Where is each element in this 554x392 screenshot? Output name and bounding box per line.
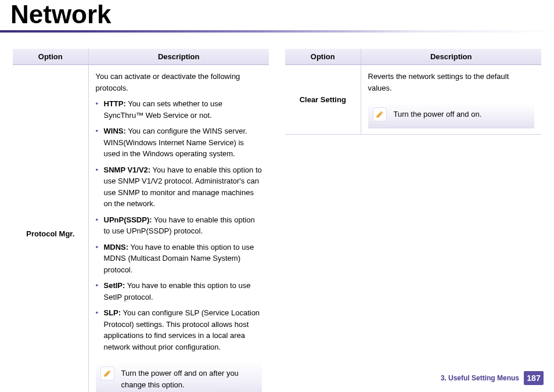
right-table: Option Description Clear Setting Reverts…	[285, 49, 541, 135]
option-clear-setting: Clear Setting	[285, 65, 361, 135]
list-item: HTTP: You can sets whether to use SyncTh…	[96, 98, 262, 121]
proto-name: HTTP:	[104, 99, 126, 108]
table-row: Protocol Mgr. You can activate or deacti…	[13, 65, 269, 393]
table-row: Clear Setting Reverts the network settin…	[285, 65, 541, 135]
note-box: Turn the power off and on.	[368, 103, 535, 128]
list-item: WINS: You can configure the WINS server.…	[96, 125, 262, 160]
desc-clear-setting: Reverts the network settings to the defa…	[361, 65, 541, 135]
list-item: SNMP V1/V2: You have to enable this opti…	[96, 164, 262, 210]
note-pencil-icon	[100, 366, 114, 380]
proto-name: UPnP(SSDP):	[104, 215, 152, 224]
list-item: MDNS: You have to enable this option to …	[96, 242, 262, 276]
header-description: Description	[361, 49, 541, 65]
header-description: Description	[88, 49, 269, 65]
right-column: Option Description Clear Setting Reverts…	[285, 49, 541, 392]
desc-intro: You can activate or deactivate the follo…	[96, 71, 262, 93]
proto-name: SetIP:	[104, 281, 125, 290]
proto-name: MDNS:	[104, 243, 129, 251]
desc-text: Reverts the network settings to the defa…	[368, 71, 535, 93]
option-protocol-mgr: Protocol Mgr.	[13, 65, 88, 393]
proto-name: SLP:	[104, 308, 121, 317]
header-option: Option	[285, 49, 361, 65]
table-header-row: Option Description	[285, 49, 541, 65]
proto-name: SNMP V1/V2:	[104, 166, 151, 174]
left-table: Option Description Protocol Mgr. You can…	[13, 49, 269, 392]
header-option: Option	[13, 49, 88, 65]
desc-protocol-mgr: You can activate or deactivate the follo…	[88, 65, 269, 393]
note-text: Turn the power off and on.	[394, 110, 482, 118]
proto-text: You can configure SLP (Service Location …	[104, 308, 260, 351]
table-header-row: Option Description	[13, 49, 269, 65]
list-item: UPnP(SSDP): You have to enable this opti…	[96, 214, 262, 237]
page-number-badge: 187	[524, 371, 544, 385]
page-footer: 3. Useful Setting Menus 187	[441, 371, 544, 385]
page-number: 187	[527, 373, 540, 383]
list-item: SLP: You can configure SLP (Service Loca…	[96, 307, 262, 353]
title-underline	[0, 30, 554, 33]
left-column: Option Description Protocol Mgr. You can…	[13, 49, 269, 392]
page-title: Network	[0, 0, 554, 33]
proto-name: WINS:	[104, 127, 126, 135]
note-pencil-icon	[373, 107, 387, 121]
content-columns: Option Description Protocol Mgr. You can…	[0, 36, 554, 392]
footer-section: 3. Useful Setting Menus	[441, 374, 519, 382]
list-item: SetIP: You have to enable this option to…	[96, 280, 262, 303]
note-box: Turn the power off and on after you chan…	[96, 362, 262, 392]
note-text: Turn the power off and on after you chan…	[121, 369, 239, 389]
proto-text: You have to enable this option to use Se…	[104, 281, 251, 301]
page-title-text: Network	[10, 0, 111, 28]
protocol-list: HTTP: You can sets whether to use SyncTh…	[96, 98, 262, 353]
